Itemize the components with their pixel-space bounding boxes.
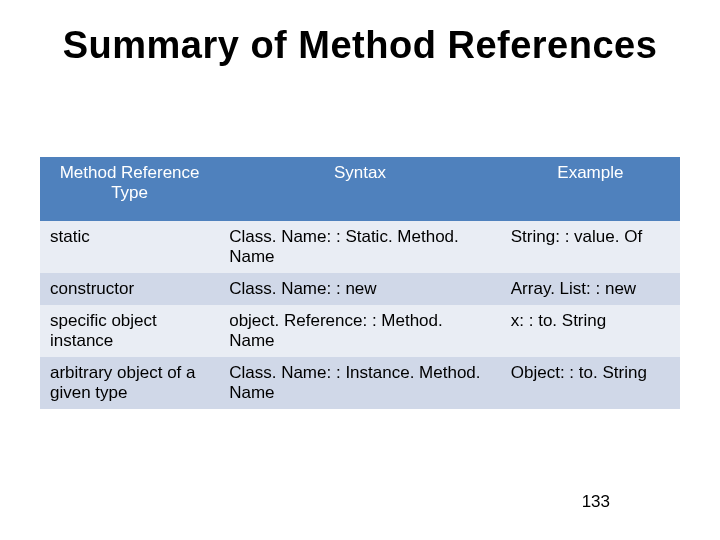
table-row: static Class. Name: : Static. Method. Na… <box>40 221 680 273</box>
cell-example: Object: : to. String <box>501 357 680 409</box>
header-syntax: Syntax <box>219 157 501 221</box>
cell-type: arbitrary object of a given type <box>40 357 219 409</box>
table-row: arbitrary object of a given type Class. … <box>40 357 680 409</box>
cell-example: Array. List: : new <box>501 273 680 305</box>
cell-syntax: Class. Name: : new <box>219 273 501 305</box>
cell-example: String: : value. Of <box>501 221 680 273</box>
page-number: 133 <box>582 492 610 512</box>
cell-example: x: : to. String <box>501 305 680 357</box>
slide: Summary of Method References Method Refe… <box>0 0 720 540</box>
cell-type: constructor <box>40 273 219 305</box>
table-row: specific object instance object. Referen… <box>40 305 680 357</box>
table-row: constructor Class. Name: : new Array. Li… <box>40 273 680 305</box>
header-example: Example <box>501 157 680 221</box>
method-reference-table: Method Reference Type Syntax Example sta… <box>40 157 680 409</box>
table-header-row: Method Reference Type Syntax Example <box>40 157 680 221</box>
page-title: Summary of Method References <box>20 24 700 67</box>
cell-syntax: object. Reference: : Method. Name <box>219 305 501 357</box>
cell-syntax: Class. Name: : Static. Method. Name <box>219 221 501 273</box>
cell-syntax: Class. Name: : Instance. Method. Name <box>219 357 501 409</box>
cell-type: static <box>40 221 219 273</box>
cell-type: specific object instance <box>40 305 219 357</box>
header-type: Method Reference Type <box>40 157 219 221</box>
